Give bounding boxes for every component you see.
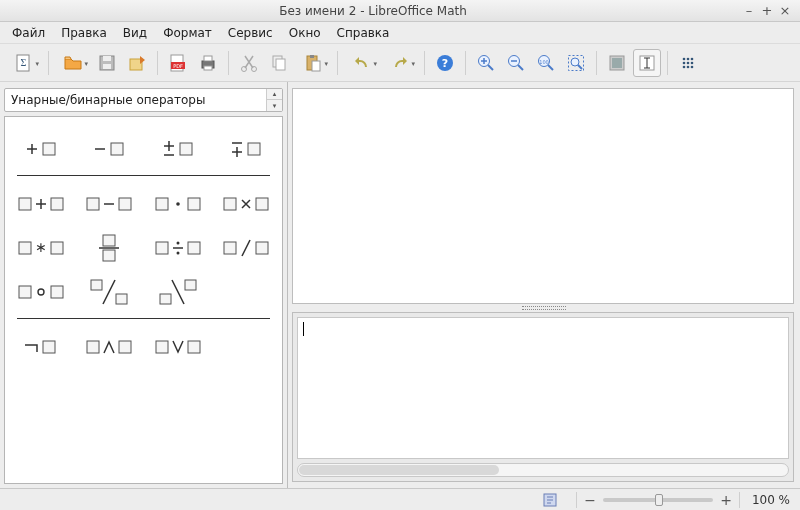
- op-minus-a[interactable]: [78, 129, 140, 169]
- export-pdf-button[interactable]: PDF: [164, 49, 192, 77]
- svg-point-12: [242, 66, 247, 71]
- svg-rect-11: [204, 66, 212, 70]
- zoom-in-button[interactable]: [472, 49, 500, 77]
- svg-point-34: [687, 61, 690, 64]
- toolbar: Σ ▾ ▾ PDF ▾: [0, 44, 800, 82]
- op-a-or-b[interactable]: [147, 327, 209, 367]
- help-button[interactable]: ?: [431, 49, 459, 77]
- svg-rect-57: [156, 242, 168, 254]
- editor-hscrollbar[interactable]: [297, 463, 789, 477]
- menu-edit[interactable]: Правка: [53, 24, 115, 42]
- svg-text:PDF: PDF: [173, 63, 183, 69]
- svg-rect-42: [248, 143, 260, 155]
- combo-spinner[interactable]: ▴▾: [266, 89, 282, 111]
- op-a-widebslash-b[interactable]: [147, 272, 209, 312]
- svg-rect-62: [256, 242, 268, 254]
- elements-grid: ∗: [4, 116, 283, 484]
- svg-rect-56: [103, 250, 115, 261]
- scrollbar-thumb[interactable]: [299, 465, 499, 475]
- elements-category-label: Унарные/бинарные операторы: [5, 93, 266, 107]
- spin-down[interactable]: ▾: [267, 100, 282, 111]
- undo-button[interactable]: ▾: [344, 49, 380, 77]
- menu-window[interactable]: Окно: [281, 24, 329, 42]
- zoom-out-button[interactable]: [502, 49, 530, 77]
- spin-up[interactable]: ▴: [267, 89, 282, 100]
- formula-preview[interactable]: [292, 88, 794, 304]
- svg-rect-49: [188, 198, 200, 210]
- svg-rect-60: [188, 242, 200, 254]
- redo-button[interactable]: ▾: [382, 49, 418, 77]
- paste-button[interactable]: ▾: [295, 49, 331, 77]
- cut-button[interactable]: [235, 49, 263, 77]
- op-a-div-b[interactable]: [147, 228, 209, 268]
- svg-rect-51: [256, 198, 268, 210]
- svg-rect-74: [188, 341, 200, 353]
- zoom-control: − +: [583, 492, 733, 508]
- svg-rect-43: [19, 198, 31, 210]
- window-maximize-button[interactable]: +: [758, 3, 776, 18]
- zoom-plus-button[interactable]: +: [719, 492, 733, 508]
- svg-rect-66: [91, 280, 102, 290]
- svg-rect-68: [185, 280, 196, 290]
- elements-panel: Унарные/бинарные операторы ▴▾: [0, 82, 288, 488]
- op-a-circ-b[interactable]: [10, 272, 72, 312]
- op-a-cdot-b[interactable]: [147, 184, 209, 224]
- export-button[interactable]: [123, 49, 151, 77]
- commands-editor[interactable]: [297, 317, 789, 459]
- svg-rect-52: [19, 242, 31, 254]
- window-minimize-button[interactable]: –: [740, 3, 758, 18]
- print-button[interactable]: [194, 49, 222, 77]
- symbols-button[interactable]: [674, 49, 702, 77]
- menu-format[interactable]: Формат: [155, 24, 220, 42]
- elements-category-combo[interactable]: Унарные/бинарные операторы ▴▾: [4, 88, 283, 112]
- document-modified-icon[interactable]: [542, 492, 560, 508]
- svg-point-37: [687, 65, 690, 68]
- svg-rect-61: [224, 242, 236, 254]
- svg-rect-15: [276, 59, 285, 70]
- op-minusplus-a[interactable]: [215, 129, 277, 169]
- svg-point-30: [683, 57, 686, 60]
- statusbar: − + 100 %: [0, 488, 800, 510]
- zoom-100-button[interactable]: 100: [532, 49, 560, 77]
- zoom-slider[interactable]: [603, 498, 713, 502]
- zoom-minus-button[interactable]: −: [583, 492, 597, 508]
- op-a-over-b[interactable]: [78, 228, 140, 268]
- svg-text:100: 100: [539, 58, 549, 64]
- op-a-slash-b[interactable]: [215, 228, 277, 268]
- titlebar: Без имени 2 - LibreOffice Math – + ×: [0, 0, 800, 22]
- op-a-star-b[interactable]: ∗: [10, 228, 72, 268]
- commands-editor-frame: [292, 312, 794, 482]
- op-a-and-b[interactable]: [78, 327, 140, 367]
- menu-file[interactable]: Файл: [4, 24, 53, 42]
- op-a-wideslash-b[interactable]: [78, 272, 140, 312]
- copy-button[interactable]: [265, 49, 293, 77]
- svg-point-32: [691, 57, 694, 60]
- menu-view[interactable]: Вид: [115, 24, 155, 42]
- new-button[interactable]: Σ ▾: [6, 49, 42, 77]
- svg-point-38: [691, 65, 694, 68]
- save-button[interactable]: [93, 49, 121, 77]
- op-a-plus-b[interactable]: [10, 184, 72, 224]
- op-plusminus-a[interactable]: [147, 129, 209, 169]
- zoom-slider-knob[interactable]: [655, 494, 663, 506]
- op-plus-a[interactable]: [10, 129, 72, 169]
- svg-rect-40: [111, 143, 123, 155]
- svg-rect-10: [204, 56, 212, 61]
- menu-help[interactable]: Справка: [329, 24, 398, 42]
- svg-rect-44: [51, 198, 63, 210]
- window-close-button[interactable]: ×: [776, 3, 794, 18]
- svg-rect-50: [224, 198, 236, 210]
- op-not-a[interactable]: [10, 327, 72, 367]
- svg-point-36: [683, 65, 686, 68]
- formula-cursor-button[interactable]: [633, 49, 661, 77]
- menu-tools[interactable]: Сервис: [220, 24, 281, 42]
- text-caret: [303, 322, 304, 336]
- svg-point-48: [176, 202, 180, 206]
- zoom-percent[interactable]: 100 %: [746, 493, 792, 507]
- zoom-fit-button[interactable]: [562, 49, 590, 77]
- horizontal-splitter[interactable]: [288, 304, 800, 312]
- op-a-times-b[interactable]: [215, 184, 277, 224]
- update-button[interactable]: [603, 49, 631, 77]
- op-a-minus-b[interactable]: [78, 184, 140, 224]
- open-button[interactable]: ▾: [55, 49, 91, 77]
